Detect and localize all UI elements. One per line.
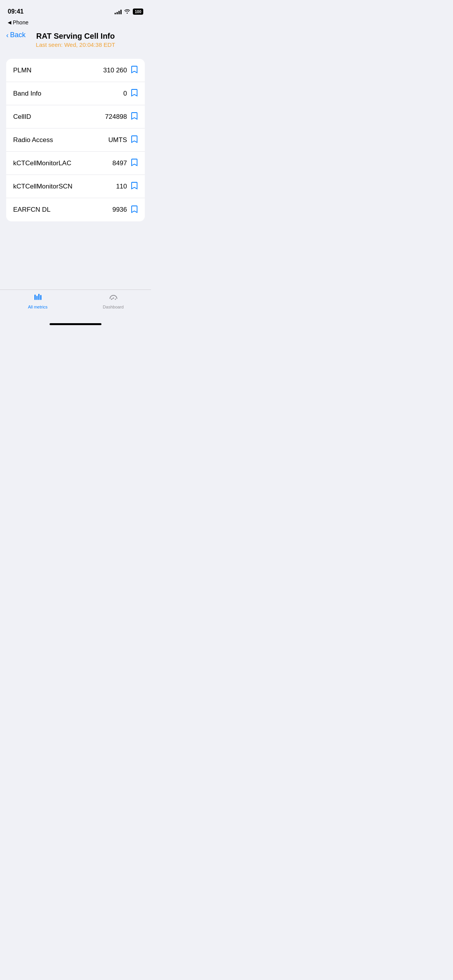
row-label: CellID xyxy=(13,113,31,121)
row-right: 9936 xyxy=(112,205,138,215)
row-value: 110 xyxy=(116,183,127,190)
bookmark-icon[interactable] xyxy=(131,112,138,122)
home-pill xyxy=(50,323,101,325)
battery-icon: 100 xyxy=(133,9,143,15)
bookmark-icon[interactable] xyxy=(131,89,138,98)
bookmark-icon[interactable] xyxy=(131,158,138,168)
tab-dashboard[interactable]: Dashboard xyxy=(76,294,151,309)
all-metrics-label: All metrics xyxy=(28,305,48,309)
table-row: Radio AccessUMTS xyxy=(6,128,145,152)
wifi-icon xyxy=(124,9,130,15)
row-right: 724898 xyxy=(105,112,138,122)
row-right: 8497 xyxy=(112,158,138,168)
table-row: Band Info0 xyxy=(6,82,145,105)
table-row: EARFCN DL9936 xyxy=(6,198,145,221)
svg-rect-0 xyxy=(34,295,36,300)
row-value: UMTS xyxy=(108,136,127,144)
table-row: kCTCellMonitorSCN110 xyxy=(6,175,145,198)
dashboard-icon xyxy=(108,294,118,303)
svg-line-7 xyxy=(112,298,113,299)
row-value: 8497 xyxy=(112,159,127,167)
svg-rect-3 xyxy=(40,295,41,300)
home-indicator xyxy=(0,320,151,327)
phone-nav-label: ◀ Phone xyxy=(0,19,151,27)
status-time: 09:41 xyxy=(8,8,24,15)
all-metrics-icon xyxy=(33,293,43,303)
row-label: EARFCN DL xyxy=(13,206,50,214)
table-row: CellID724898 xyxy=(6,105,145,128)
bookmark-icon[interactable] xyxy=(131,205,138,215)
bookmark-icon[interactable] xyxy=(131,65,138,75)
nav-bar: ‹ Back RAT Serving Cell Info Last seen: … xyxy=(0,27,151,53)
row-value: 0 xyxy=(124,90,127,98)
last-seen-subtitle: Last seen: Wed, 20:04:38 EDT xyxy=(36,41,115,48)
row-right: 110 xyxy=(116,182,138,191)
row-value: 9936 xyxy=(112,206,127,214)
bookmark-icon[interactable] xyxy=(131,135,138,145)
svg-point-5 xyxy=(115,299,116,300)
status-icons: 100 xyxy=(115,9,143,15)
row-label: PLMN xyxy=(13,67,31,74)
info-card: PLMN310 260Band Info0CellID724898Radio A… xyxy=(6,59,145,221)
content-area: PLMN310 260Band Info0CellID724898Radio A… xyxy=(0,53,151,290)
tab-bar: All metrics Dashboard xyxy=(0,290,151,320)
tab-all-metrics[interactable]: All metrics xyxy=(0,293,76,309)
status-bar: 09:41 100 xyxy=(0,0,151,19)
svg-rect-2 xyxy=(38,294,39,300)
row-label: Radio Access xyxy=(13,136,53,144)
row-label: Band Info xyxy=(13,90,41,98)
back-chevron-icon: ‹ xyxy=(6,32,9,39)
table-row: kCTCellMonitorLAC8497 xyxy=(6,152,145,175)
row-value: 310 260 xyxy=(103,67,127,74)
back-button[interactable]: ‹ Back xyxy=(6,31,26,39)
row-value: 724898 xyxy=(105,113,127,121)
table-row: PLMN310 260 xyxy=(6,59,145,82)
bookmark-icon[interactable] xyxy=(131,182,138,191)
row-right: UMTS xyxy=(108,135,138,145)
dashboard-label: Dashboard xyxy=(103,305,124,309)
svg-rect-1 xyxy=(36,296,38,300)
row-right: 310 260 xyxy=(103,65,138,75)
row-right: 0 xyxy=(124,89,138,98)
row-label: kCTCellMonitorLAC xyxy=(13,159,71,167)
page-title: RAT Serving Cell Info xyxy=(36,32,115,41)
row-label: kCTCellMonitorSCN xyxy=(13,183,72,190)
signal-bars-icon xyxy=(115,9,122,14)
phone-arrow-icon: ◀ xyxy=(8,20,11,25)
